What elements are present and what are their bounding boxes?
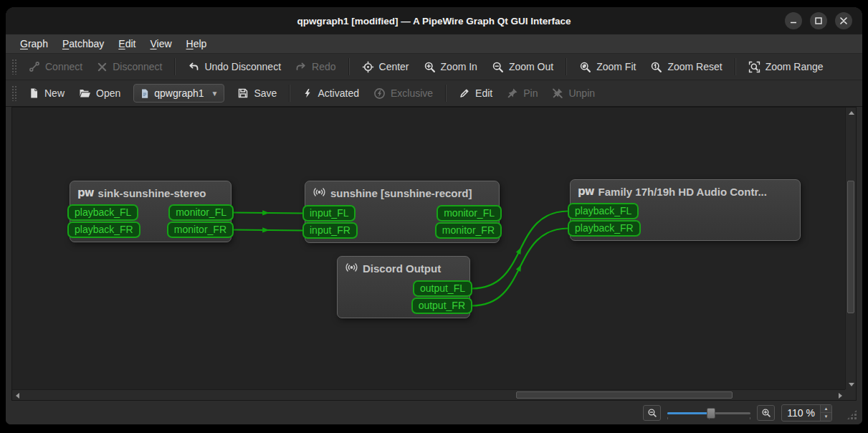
window-resize-grip[interactable] <box>846 409 857 420</box>
zoom-out-button[interactable]: Zoom Out <box>485 57 561 77</box>
redo-button[interactable]: Redo <box>288 57 343 77</box>
menu-patchbay[interactable]: Patchbay <box>55 36 111 52</box>
scroll-left-button[interactable] <box>12 390 22 401</box>
chevron-down-icon: ▼ <box>211 90 219 97</box>
stream-icon <box>345 262 358 275</box>
port-output_FL[interactable]: output_FL <box>413 280 472 297</box>
node-sink[interactable]: pwsink-sunshine-stereoplayback_FLmonitor… <box>70 181 232 242</box>
close-button[interactable] <box>835 12 852 29</box>
spinbox-arrows: ▲ ▼ <box>820 405 831 421</box>
minimize-button[interactable] <box>785 12 802 29</box>
connect-icon <box>29 61 40 72</box>
graph-toolbar: Connect Disconnect Undo Disconnect Redo … <box>6 54 862 80</box>
port-playback_FR[interactable]: playback_FR <box>67 222 140 238</box>
pipewire-icon: pw <box>578 185 594 198</box>
spin-down-button[interactable]: ▼ <box>821 413 831 421</box>
toolbar-drag-handle[interactable] <box>11 85 17 101</box>
zoom-range-button[interactable]: Zoom Range <box>741 57 831 77</box>
zoom-fit-button[interactable]: Zoom Fit <box>572 57 643 77</box>
scroll-up-button[interactable] <box>846 108 857 118</box>
node-header[interactable]: sunshine [sunshine-record] <box>305 181 499 204</box>
new-button[interactable]: New <box>22 83 72 103</box>
vertical-scrollbar-thumb[interactable] <box>847 181 854 313</box>
open-folder-icon <box>79 87 91 99</box>
center-button[interactable]: Center <box>355 57 416 77</box>
zoom-in-button[interactable]: Zoom In <box>416 57 485 77</box>
pipewire-icon: pw <box>77 186 94 199</box>
spin-up-button[interactable]: ▲ <box>821 405 831 413</box>
new-file-icon <box>29 87 39 99</box>
menu-graph[interactable]: Graph <box>13 36 55 52</box>
exclusive-button[interactable]: Exclusive <box>366 83 440 104</box>
zoom-reset-button[interactable]: Zoom Reset <box>643 57 729 77</box>
vertical-scrollbar[interactable] <box>845 108 856 389</box>
node-header[interactable]: Discord Output <box>338 257 469 280</box>
port-playback_FL[interactable]: playback_FL <box>67 204 138 221</box>
horizontal-scrollbar[interactable] <box>12 389 845 400</box>
connection-arrow <box>262 210 270 215</box>
redo-icon <box>295 61 307 72</box>
menu-view[interactable]: View <box>143 36 178 52</box>
port-monitor_FL[interactable]: monitor_FL <box>168 204 234 221</box>
port-playback_FL[interactable]: playback_FL <box>568 203 639 219</box>
toolbar-separator <box>735 58 736 75</box>
node-discord[interactable]: Discord Outputoutput_FLoutput_FR <box>337 256 470 318</box>
zoom-spinbox[interactable]: 110 % ▲ ▼ <box>781 404 832 422</box>
port-input_FR[interactable]: input_FR <box>302 222 358 239</box>
slider-tick <box>750 417 750 419</box>
scroll-right-button[interactable] <box>835 390 845 401</box>
combobox-value: qpwgraph1 <box>154 87 204 99</box>
statusbar-zoom-in-button[interactable] <box>757 405 775 421</box>
edit-button[interactable]: Edit <box>452 83 500 103</box>
patchbay-profile-combobox[interactable]: qpwgraph1 ▼ <box>133 84 224 103</box>
unpin-icon <box>552 87 563 99</box>
disconnect-icon <box>97 62 108 72</box>
horizontal-scrollbar-thumb[interactable] <box>516 391 733 399</box>
window-controls <box>785 12 852 29</box>
port-monitor_FR[interactable]: monitor_FR <box>167 222 234 238</box>
triangle-left-icon <box>16 393 19 399</box>
save-button[interactable]: Save <box>230 83 284 103</box>
node-family[interactable]: pwFamily 17h/19h HD Audio Contr...playba… <box>570 179 801 241</box>
zoom-slider[interactable] <box>667 406 750 419</box>
scroll-down-button[interactable] <box>846 379 857 389</box>
port-playback_FR[interactable]: playback_FR <box>568 220 641 237</box>
statusbar: 110 % ▲ ▼ <box>6 401 862 424</box>
save-icon <box>237 87 249 99</box>
toolbar-drag-handle[interactable] <box>11 59 17 75</box>
patchbay-toolbar: New Open qpwgraph1 ▼ Save Activated Excl… <box>6 80 862 107</box>
open-button[interactable]: Open <box>72 83 128 103</box>
connection-arrow <box>262 227 270 232</box>
pin-button[interactable]: Pin <box>500 83 545 103</box>
menu-help[interactable]: Help <box>179 36 214 52</box>
pin-icon <box>507 87 518 99</box>
disconnect-button[interactable]: Disconnect <box>90 57 169 77</box>
graph-canvas[interactable]: pwsink-sunshine-stereoplayback_FLmonitor… <box>12 108 845 389</box>
port-input_FL[interactable]: input_FL <box>302 205 356 222</box>
connect-button[interactable]: Connect <box>22 57 90 77</box>
unpin-button[interactable]: Unpin <box>545 83 602 103</box>
statusbar-zoom-out-button[interactable] <box>643 405 661 421</box>
zoom-fit-icon <box>579 61 591 73</box>
scrollbar-corner <box>845 389 856 400</box>
zoom-range-icon <box>748 61 760 73</box>
center-icon <box>362 61 374 73</box>
titlebar[interactable]: qpwgraph1 [modified] — A PipeWire Graph … <box>6 7 862 34</box>
port-monitor_FL[interactable]: monitor_FL <box>437 205 502 222</box>
menubar: Graph Patchbay Edit View Help <box>6 34 862 54</box>
node-header[interactable]: pwFamily 17h/19h HD Audio Contr... <box>571 180 800 202</box>
node-sunshine[interactable]: sunshine [sunshine-record]input_FLmonito… <box>305 181 500 243</box>
zoom-in-icon <box>761 408 771 418</box>
port-output_FR[interactable]: output_FR <box>411 298 472 314</box>
port-monitor_FR[interactable]: monitor_FR <box>435 222 502 239</box>
menu-edit[interactable]: Edit <box>111 36 143 52</box>
activated-button[interactable]: Activated <box>295 83 366 103</box>
node-header[interactable]: pwsink-sunshine-stereo <box>70 181 231 204</box>
maximize-button[interactable] <box>810 12 827 29</box>
patchbay-file-icon <box>140 88 150 99</box>
maximize-icon <box>815 17 822 24</box>
triangle-down-icon <box>849 383 854 386</box>
zoom-slider-handle[interactable] <box>707 408 715 419</box>
slider-tick <box>667 417 668 419</box>
undo-disconnect-button[interactable]: Undo Disconnect <box>181 57 288 77</box>
